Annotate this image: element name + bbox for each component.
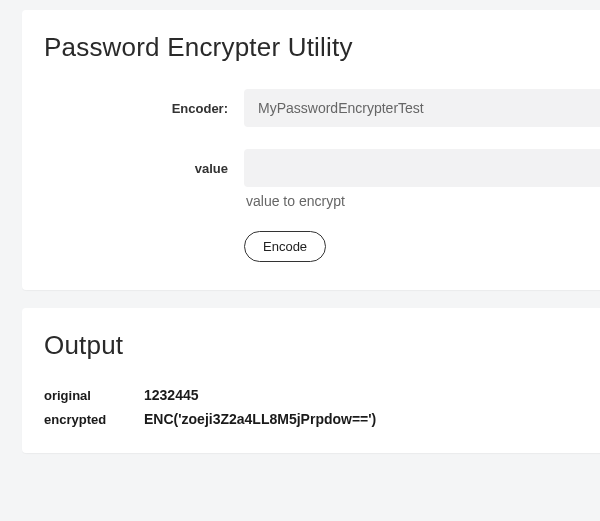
output-label-original: original — [44, 388, 144, 403]
output-label-encrypted: encrypted — [44, 412, 144, 427]
output-row-encrypted: encrypted ENC('zoeji3Z2a4LL8M5jPrpdow=='… — [44, 411, 600, 427]
encoder-input[interactable] — [244, 89, 600, 127]
value-input[interactable] — [244, 149, 600, 187]
output-card: Output original 1232445 encrypted ENC('z… — [22, 308, 600, 453]
value-row: value — [44, 149, 600, 187]
output-row-original: original 1232445 — [44, 387, 600, 403]
output-title: Output — [44, 330, 600, 361]
encrypter-card: Password Encrypter Utility Encoder: valu… — [22, 10, 600, 290]
value-help-row: value to encrypt — [44, 193, 600, 209]
encoder-label: Encoder: — [44, 101, 244, 116]
encrypter-title: Password Encrypter Utility — [44, 32, 600, 63]
output-value-encrypted: ENC('zoeji3Z2a4LL8M5jPrpdow==') — [144, 411, 376, 427]
encoder-row: Encoder: — [44, 89, 600, 127]
value-help-text: value to encrypt — [244, 193, 345, 209]
encode-button-row: Encode — [44, 231, 600, 262]
encode-button[interactable]: Encode — [244, 231, 326, 262]
value-label: value — [44, 161, 244, 176]
output-value-original: 1232445 — [144, 387, 199, 403]
